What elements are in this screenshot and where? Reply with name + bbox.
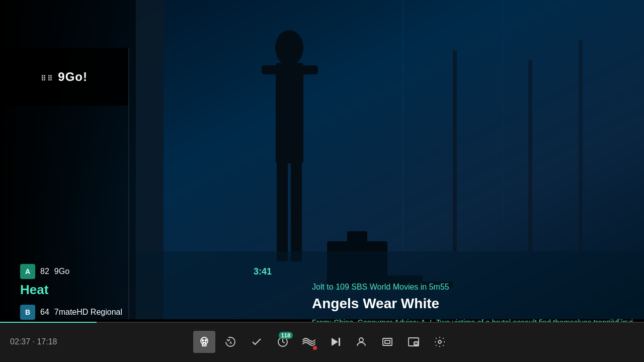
pip-button[interactable] [403,331,425,353]
channel-b-name: 7mateHD Regional [54,308,122,317]
channel-a-row: A 82 9Go 3:41 [20,264,272,279]
aspect-ratio-icon [381,336,393,348]
svg-rect-10 [347,231,367,246]
aspect-ratio-button[interactable] [376,331,398,353]
skull-icon [198,336,210,348]
check-button[interactable] [246,331,268,353]
svg-rect-11 [453,50,457,251]
skip-next-button[interactable] [324,331,346,353]
channel-a-time: 3:41 [254,266,272,277]
badge-a: A [20,264,35,279]
toolbar-center: A 118 [193,331,451,353]
channel-a-name: 9Go [54,267,69,276]
svg-point-33 [438,340,441,343]
settings-icon [434,336,446,348]
badge-count: 118 [279,332,293,339]
replay-icon: A [224,336,236,348]
clock-button[interactable]: 118 [272,331,294,353]
channel-logo-box: ⠿⠿ 9Go! [0,48,128,106]
channel-logo: ⠿⠿ 9Go! [41,69,88,84]
svg-point-23 [205,340,207,341]
svg-rect-13 [579,40,583,251]
channel-a-number: 82 [40,267,49,276]
svg-rect-17 [403,0,404,251]
pip-icon [408,336,420,348]
signal-button[interactable] [298,331,320,353]
settings-button[interactable] [429,331,451,353]
svg-rect-7 [277,161,288,261]
badge-b: B [20,305,35,320]
svg-rect-30 [385,340,390,343]
svg-rect-27 [339,338,340,346]
time-current: 02:37 [10,337,30,346]
progress-line [0,322,644,323]
channel-b-row: B 64 7mateHD Regional [20,305,272,320]
movie-title: Angels Wear White [312,296,634,312]
signal-dot [313,346,317,350]
svg-point-3 [275,30,303,65]
svg-point-22 [202,340,204,341]
svg-marker-26 [332,338,338,346]
progress-fill [0,322,97,323]
svg-rect-29 [383,338,392,345]
program-title-a: Heat [20,282,272,298]
skip-next-icon [329,336,341,348]
skull-button[interactable] [193,331,215,353]
svg-text:A: A [229,341,232,344]
check-icon [251,336,263,348]
profile-button[interactable] [350,331,372,353]
jolt-text: Jolt to 109 SBS World Movies in 5m55 [312,283,634,292]
replay-button[interactable]: A [219,331,242,353]
svg-rect-6 [302,65,318,74]
svg-rect-12 [528,60,532,251]
toolbar: 02:37 · 17:18 A [0,322,644,362]
channel-b-number: 64 [40,308,49,317]
svg-rect-4 [276,63,303,163]
time-info: 02:37 · 17:18 [10,337,57,346]
svg-rect-5 [262,65,278,74]
svg-rect-8 [291,161,302,261]
svg-point-28 [359,338,363,342]
profile-icon [355,336,367,348]
svg-rect-32 [414,342,418,345]
time-total: 17:18 [37,337,57,346]
svg-rect-18 [503,0,504,226]
